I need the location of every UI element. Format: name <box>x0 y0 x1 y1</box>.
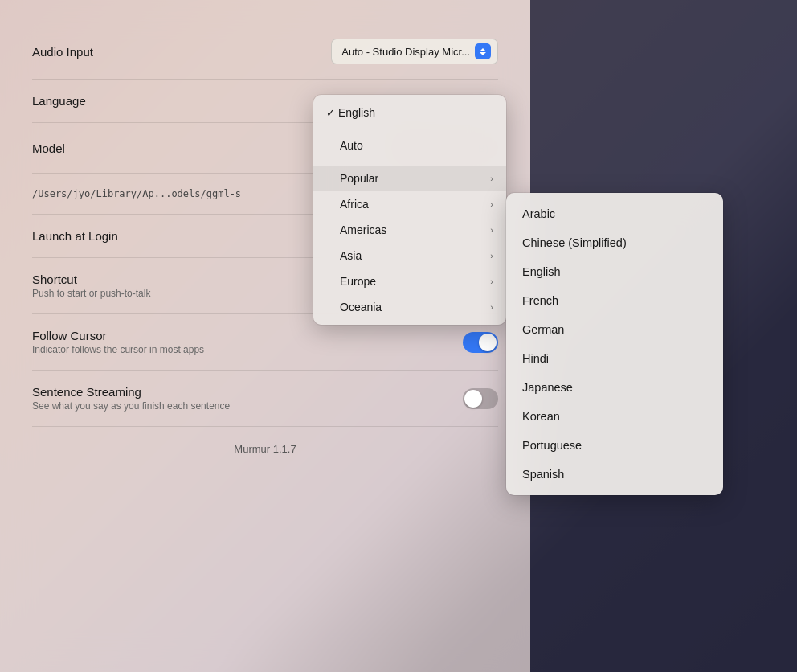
secondary-item-french[interactable]: French <box>506 286 723 315</box>
secondary-item-chinese-simplified-label: Chinese (Simplified) <box>522 236 707 249</box>
dropdown-item-popular-label: Popular <box>340 172 490 185</box>
secondary-item-korean[interactable]: Korean <box>506 402 723 431</box>
sentence-streaming-label-group: Sentence Streaming See what you say as y… <box>32 385 230 412</box>
language-dropdown: ✓ English Auto Popular › Africa › Americ… <box>313 95 506 325</box>
chevron-right-icon-europe: › <box>490 277 493 286</box>
dropdown-item-asia-label: Asia <box>340 249 490 262</box>
chevron-right-icon-africa: › <box>490 199 493 209</box>
secondary-item-arabic[interactable]: Arabic <box>506 199 723 228</box>
model-label: Model <box>32 141 65 155</box>
secondary-item-arabic-label: Arabic <box>522 207 707 220</box>
sentence-streaming-row: Sentence Streaming See what you say as y… <box>32 371 498 427</box>
version-text: Murmur 1.1.7 <box>32 427 498 455</box>
dropdown-item-americas[interactable]: Americas › <box>313 217 506 243</box>
dropdown-item-english-label: English <box>338 106 493 119</box>
shortcut-label: Shortcut <box>32 272 150 286</box>
audio-input-dropdown[interactable]: Auto - Studio Display Micr... <box>331 39 498 64</box>
follow-cursor-toggle[interactable] <box>463 332 498 353</box>
chevron-right-icon-asia: › <box>490 251 493 260</box>
secondary-item-korean-label: Korean <box>522 410 707 423</box>
dropdown-item-popular[interactable]: Popular › <box>313 166 506 191</box>
audio-input-value: Auto - Studio Display Micr... <box>341 46 470 58</box>
dropdown-item-auto[interactable]: Auto <box>313 133 506 158</box>
sentence-streaming-toggle[interactable] <box>463 388 498 409</box>
shortcut-label-group: Shortcut Push to start or push-to-talk <box>32 272 150 299</box>
audio-input-label: Audio Input <box>32 45 93 59</box>
dropdown-item-english[interactable]: ✓ English <box>313 100 506 125</box>
dropdown-divider-1 <box>313 129 506 129</box>
popular-languages-dropdown: Arabic Chinese (Simplified) English Fren… <box>506 193 723 495</box>
sentence-streaming-sub: See what you say as you finish each sent… <box>32 400 230 412</box>
sentence-streaming-label: Sentence Streaming <box>32 385 230 399</box>
dropdown-item-auto-label: Auto <box>340 139 493 152</box>
dropdown-item-asia[interactable]: Asia › <box>313 243 506 268</box>
dropdown-item-europe[interactable]: Europe › <box>313 268 506 294</box>
path-value: /Users/jyo/Library/Ap...odels/ggml-s <box>32 188 241 199</box>
dropdown-item-oceania-label: Oceania <box>340 301 490 313</box>
secondary-item-portuguese[interactable]: Portuguese <box>506 431 723 460</box>
secondary-item-spanish-label: Spanish <box>522 468 707 481</box>
language-label: Language <box>32 94 86 108</box>
launch-at-login-label: Launch at Login <box>32 229 118 243</box>
secondary-item-english[interactable]: English <box>506 257 723 286</box>
dropdown-item-africa-label: Africa <box>340 198 490 211</box>
secondary-item-spanish[interactable]: Spanish <box>506 460 723 489</box>
chevron-right-icon-oceania: › <box>490 302 493 312</box>
secondary-item-japanese-label: Japanese <box>522 381 707 394</box>
dropdown-arrows-icon <box>475 43 491 59</box>
checkmark-icon: ✓ <box>326 107 335 119</box>
follow-cursor-sub: Indicator follows the cursor in most app… <box>32 344 204 355</box>
chevron-right-icon-americas: › <box>490 225 493 235</box>
secondary-item-german[interactable]: German <box>506 315 723 344</box>
secondary-item-french-label: French <box>522 294 707 307</box>
toggle-knob-2 <box>464 390 482 408</box>
secondary-item-german-label: German <box>522 323 707 336</box>
secondary-item-portuguese-label: Portuguese <box>522 439 707 452</box>
shortcut-sub: Push to start or push-to-talk <box>32 288 150 299</box>
audio-input-row: Audio Input Auto - Studio Display Micr..… <box>32 24 498 80</box>
follow-cursor-label-group: Follow Cursor Indicator follows the curs… <box>32 329 204 355</box>
toggle-knob <box>479 334 497 351</box>
secondary-item-english-label: English <box>522 265 707 278</box>
secondary-item-hindi[interactable]: Hindi <box>506 344 723 373</box>
dropdown-item-oceania[interactable]: Oceania › <box>313 294 506 320</box>
chevron-right-icon-popular: › <box>490 174 493 183</box>
dropdown-divider-2 <box>313 162 506 162</box>
secondary-item-japanese[interactable]: Japanese <box>506 373 723 402</box>
dropdown-item-africa[interactable]: Africa › <box>313 191 506 217</box>
dropdown-item-americas-label: Americas <box>340 223 490 236</box>
secondary-item-hindi-label: Hindi <box>522 352 707 365</box>
dropdown-item-europe-label: Europe <box>340 275 490 288</box>
secondary-item-chinese-simplified[interactable]: Chinese (Simplified) <box>506 228 723 257</box>
follow-cursor-label: Follow Cursor <box>32 329 204 342</box>
